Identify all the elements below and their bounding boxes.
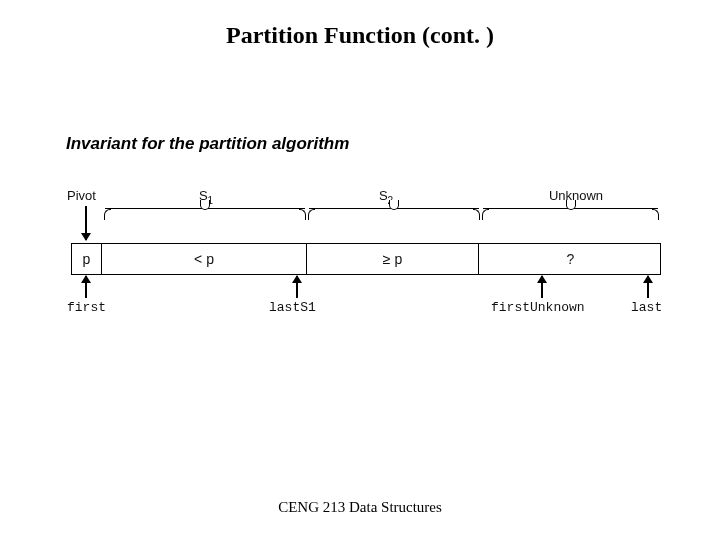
arrow-firstUnknown-icon — [541, 276, 543, 298]
cell-geq: ≥ p — [307, 244, 479, 274]
brace-s2 — [309, 208, 479, 209]
label-s2-text: S — [379, 188, 388, 203]
brace-unknown — [483, 208, 658, 209]
cell-pivot: p — [72, 244, 102, 274]
label-pivot: Pivot — [67, 188, 107, 203]
label-unknown: Unknown — [541, 188, 611, 203]
footer: CENG 213 Data Structures — [0, 499, 720, 516]
page-title: Partition Function (cont. ) — [0, 22, 720, 49]
pivot-arrow-icon — [85, 206, 87, 240]
arrow-last-icon — [647, 276, 649, 298]
label-last: last — [631, 300, 662, 315]
array-bar: p < p ≥ p ? — [71, 243, 661, 275]
arrow-lastS1-icon — [296, 276, 298, 298]
cell-less-than: < p — [102, 244, 307, 274]
label-lastS1: lastS1 — [269, 300, 316, 315]
arrow-first-icon — [85, 276, 87, 298]
cell-unknown: ? — [479, 244, 662, 274]
label-first: first — [67, 300, 106, 315]
subtitle: Invariant for the partition algorithm — [66, 134, 349, 154]
brace-s1 — [105, 208, 305, 209]
label-firstUnknown: firstUnknown — [491, 300, 585, 315]
